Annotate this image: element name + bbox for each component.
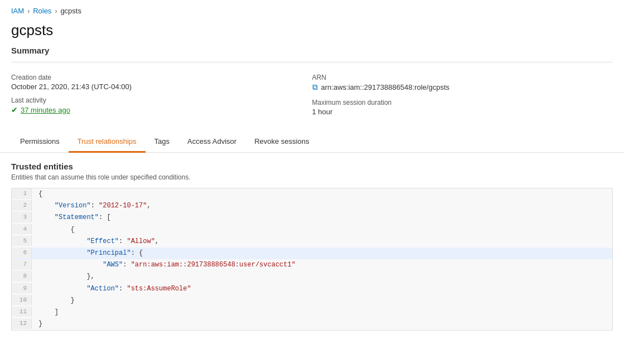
summary-left: Creation date October 21, 2020, 21:43 (U… [11,69,312,120]
code-content: "Effect": "Allow", [32,236,166,247]
max-session-label: Maximum session duration [312,99,613,106]
creation-date-label: Creation date [11,74,312,81]
last-activity-link[interactable]: 37 minutes ago [21,106,70,114]
summary-title: Summary [11,46,613,55]
creation-date-value: October 21, 2020, 21:43 (UTC-04:00) [11,82,312,91]
code-line: 2 "Version": "2012-10-17", [12,200,612,212]
breadcrumb-sep-2: › [55,7,57,15]
trusted-entities-desc: Entities that can assume this role under… [11,173,613,181]
tab-tags[interactable]: Tags [146,132,178,153]
code-line: 12 } [12,318,612,330]
line-num: 9 [12,283,32,294]
code-line: 3 "Statement": [ [12,212,612,224]
code-content: } [32,318,49,330]
code-content: "AWS": "arn:aws:iam::291738886548:user/s… [32,259,302,271]
content-area: Trusted entities Entities that can assum… [0,153,624,339]
line-num: 8 [12,271,32,282]
code-line: 9 "Action": "sts:AssumeRole" [12,283,612,295]
line-num: 1 [12,188,32,199]
line-num: 5 [12,236,32,246]
code-content: "Statement": [ [32,212,118,224]
code-line: 8 }, [12,271,612,283]
code-line: 5 "Effect": "Allow", [12,236,612,247]
code-content: "Version": "2012-10-17", [32,200,158,212]
line-num: 11 [12,307,32,317]
tab-revoke-sessions[interactable]: Revoke sessions [245,132,318,153]
tab-access-advisor[interactable]: Access Advisor [178,132,245,153]
code-editor: 1 { 2 "Version": "2012-10-17", 3 "Statem… [11,188,613,331]
arn-row: ⧉ arn:aws:iam::291738886548:role/gcpsts [312,82,613,92]
breadcrumb: IAM › Roles › gcpsts [0,0,624,20]
activity-value: ✔ 37 minutes ago [11,105,312,114]
code-content: "Action": "sts:AssumeRole" [32,283,198,295]
line-num: 12 [12,318,32,329]
line-num: 7 [12,259,32,270]
last-activity: Last activity ✔ 37 minutes ago [11,96,312,114]
code-line-highlighted: 6 "Principal": { [12,247,612,259]
code-content: { [32,224,81,236]
tab-trust-relationships[interactable]: Trust relationships [69,132,146,153]
code-line: 4 { [12,224,612,236]
code-line: 7 "AWS": "arn:aws:iam::291738886548:user… [12,259,612,271]
last-activity-label: Last activity [11,96,312,104]
code-content: } [32,295,81,307]
copy-icon[interactable]: ⧉ [312,82,318,92]
check-icon: ✔ [11,105,18,114]
line-num: 2 [12,200,32,211]
page-title: gcpsts [0,20,624,46]
line-num: 4 [12,224,32,235]
trusted-entities-title: Trusted entities [11,162,613,171]
summary-grid: Creation date October 21, 2020, 21:43 (U… [11,69,613,120]
summary-divider [11,62,613,62]
code-line: 11 ] [12,307,612,318]
summary-section: Summary Creation date October 21, 2020, … [0,46,624,129]
max-session-value: 1 hour [312,108,613,116]
breadcrumb-current: gcpsts [60,7,81,15]
line-num: 10 [12,295,32,305]
summary-right: ARN ⧉ arn:aws:iam::291738886548:role/gcp… [312,69,613,120]
code-content: }, [32,271,101,283]
tabs-bar: Permissions Trust relationships Tags Acc… [0,132,624,153]
code-content: ] [32,307,65,318]
breadcrumb-sep-1: › [27,7,30,15]
code-line: 1 { [12,188,612,200]
line-num: 3 [12,212,32,222]
breadcrumb-roles[interactable]: Roles [33,7,51,15]
code-content: { [32,188,49,200]
code-line: 10 } [12,295,612,307]
breadcrumb-iam[interactable]: IAM [11,7,24,15]
tab-permissions[interactable]: Permissions [11,132,69,153]
line-num: 6 [12,247,32,258]
code-content: "Principal": { [32,247,149,259]
arn-value: arn:aws:iam::291738886548:role/gcpsts [321,83,450,91]
arn-label: ARN [312,74,613,81]
